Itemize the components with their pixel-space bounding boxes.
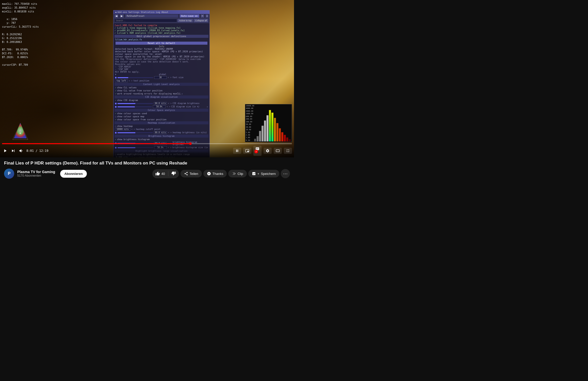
clip-button[interactable]: Clip — [228, 170, 247, 177]
show-colour-spaces-row: ✓ show colour spaces used — [115, 112, 208, 115]
show-colour-cursor-row: ✓ show colour space from cursor position — [115, 118, 208, 121]
next-button[interactable] — [10, 148, 16, 154]
svg-rect-6 — [259, 131, 261, 141]
progress-bar[interactable] — [2, 143, 292, 144]
minus-button[interactable]: ▪ — [206, 14, 208, 18]
desc-line-4: - 'CSP_HDR10' — [115, 65, 208, 68]
avgCLL-label: avgCLL: — [2, 6, 13, 9]
dislike-button[interactable] — [168, 169, 179, 178]
show-brightness-row: ✓ show brightness histogram — [115, 138, 208, 141]
heatmap-cutoff-label: heatmap cutoff point — [136, 128, 208, 130]
cie-size-val: 50.0% — [153, 105, 166, 108]
DCIP3-val: 0.0251% — [17, 52, 28, 55]
shader-name-row: lilium_hdr_analysis.fx — [115, 38, 208, 41]
nav-forward-button[interactable]: ▶ — [120, 14, 124, 18]
video-controls: 8:01 / 12:19 4 — [0, 142, 294, 157]
brightness-hist-section: Brightness histogram — [115, 135, 208, 138]
histogram-panel: 10000.00 4000.00 2000.00 1000.00 600.00 … — [245, 104, 292, 142]
svg-rect-12 — [274, 118, 276, 141]
svg-rect-13 — [276, 123, 279, 141]
cie-section: CIE diagram visualisation — [115, 95, 208, 98]
R-val: 0.26392962 — [7, 33, 22, 36]
BT2020-val: 0.0001% — [17, 56, 28, 59]
svg-rect-9 — [267, 115, 269, 141]
desc-line-6: Hit ENTER to apply. — [115, 71, 208, 73]
like-count: 40 — [161, 172, 165, 176]
video-title: Final Lies of P HDR settings (Demo). Fix… — [4, 160, 290, 166]
error-line: [vort_HDR.fx] failed to compile — [115, 24, 208, 27]
histogram-canvas: 10000.00 4000.00 2000.00 1000.00 600.00 … — [245, 104, 292, 142]
histogram-labels: 10000.00 4000.00 2000.00 1000.00 600.00 … — [246, 104, 254, 142]
info-line-3: colour space overwritten to: unset — [115, 53, 208, 55]
heatmap-cutoff-val: 10000 nits — [115, 128, 130, 131]
minCLL-label: minCLL: — [2, 10, 13, 13]
reshade-title: Add-ons Settings Statistics Log About — [117, 11, 168, 13]
maxCLL-val: 797.759450 nits — [14, 3, 37, 5]
svg-rect-7 — [262, 126, 264, 141]
svg-rect-10 — [269, 110, 271, 141]
cursorCLL-label: cursorCLL: — [2, 25, 17, 28]
G-val: 0.25122196 — [7, 37, 22, 40]
play-button[interactable] — [2, 148, 8, 154]
channel-info: Plasma TV for Gaming 5170 Abonnenten — [17, 170, 55, 177]
active-to-top-button[interactable]: Active to top — [177, 19, 193, 22]
show-cie-row: ✓ show CIE diagram — [115, 99, 208, 102]
reshade-titlebar: ◀ Add-ons Settings Statistics Log About — [113, 10, 209, 14]
avgCLL-val: 35.884917 nits — [14, 6, 36, 9]
G-label: G: — [2, 37, 5, 40]
subtitles-button[interactable]: 4 — [253, 146, 262, 156]
channel-row: P Plasma TV for Gaming 5170 Abonnenten A… — [4, 169, 290, 179]
B-label: B: — [2, 41, 5, 43]
info-header: Info — [115, 45, 208, 48]
svg-rect-18 — [289, 139, 291, 141]
preset-label: ReShadePreset — [125, 14, 178, 18]
action-buttons: 40 Teilen Thanks Clip — [152, 169, 290, 178]
B-val: 0.20918863 — [7, 41, 22, 43]
work-around-row: ✓ work around rounding errors for displa… — [115, 92, 208, 95]
collapse-all-button[interactable]: Collapse all — [193, 19, 208, 22]
reshade-search-input[interactable] — [115, 19, 177, 22]
volume-button[interactable] — [18, 148, 24, 154]
theater-button[interactable] — [274, 148, 282, 154]
desc-line-3: Possible values are: — [115, 63, 208, 65]
save-button[interactable]: + Speichern — [248, 170, 279, 177]
svg-rect-11 — [271, 113, 273, 141]
show-cll-cursor-row: ✓ show CLL value from cursor position — [115, 89, 208, 92]
like-dislike-group: 40 — [152, 169, 179, 178]
controls-row: 8:01 / 12:19 4 — [2, 146, 292, 156]
cursorCSP-label: cursorCSP: — [2, 63, 17, 66]
pause-btn-right[interactable] — [233, 148, 241, 154]
reset-default-button[interactable]: Reset all to default — [116, 42, 207, 45]
subscribe-button[interactable]: Abonnieren — [60, 170, 87, 178]
heatmap-brightness-row: 80.0 nits < > heatmap brightness (in nit… — [115, 131, 208, 134]
R-label: R: — [2, 33, 5, 36]
miniplayer-button[interactable] — [243, 148, 251, 154]
nav-back-button[interactable]: ◀ — [115, 14, 118, 18]
like-button[interactable]: 40 — [152, 170, 168, 178]
controls-right: 4 — [233, 146, 292, 156]
share-button[interactable]: Teilen — [181, 170, 202, 177]
reshade-toolbar: ◀ ▶ ReShadePreset Auto-save on + ▪ — [113, 14, 209, 18]
desc-line-5: - 'CSP_SDR' — [115, 68, 208, 71]
svg-marker-1 — [14, 123, 27, 138]
more-button[interactable]: ⋯ — [281, 169, 290, 178]
cursorCSP-val: BT.709 — [19, 63, 28, 66]
BT709-val: 99.9748% — [16, 48, 28, 51]
settings-button[interactable] — [264, 148, 272, 154]
video-info: Final Lies of P HDR settings (Demo). Fix… — [0, 157, 294, 182]
fullscreen-button[interactable] — [284, 148, 292, 154]
thanks-button[interactable]: Thanks — [203, 170, 227, 177]
font-size-val: 30 — [154, 76, 167, 79]
cursorCLL-val: 5.363773 nits — [19, 25, 39, 28]
heatmap-brightness-label: heatmap brightness (in nits) — [173, 131, 208, 134]
shader-name: lilium_hdr_analysis.fx — [115, 39, 142, 41]
content-light-section: Content Light Level analysis — [115, 83, 208, 86]
check-line-1: ✓ Lilium's tone mapping [lilium_tone_map… — [115, 27, 208, 29]
plus-button[interactable]: + — [201, 14, 204, 18]
show-colour-map-row: □ show colour space map — [115, 115, 208, 118]
desc-line-2: the colour space in case the auto detect… — [115, 60, 208, 63]
svg-rect-16 — [284, 135, 286, 141]
svg-rect-21 — [276, 150, 279, 152]
minCLL-val: 0.001038 nits — [14, 10, 34, 13]
maxCLL-label: maxCLL: — [2, 3, 13, 5]
